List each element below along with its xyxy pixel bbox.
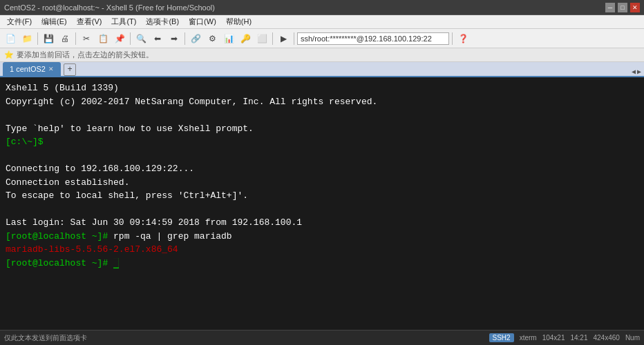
terminal-line-blank xyxy=(6,149,638,163)
toolbar-sep-7 xyxy=(452,32,453,45)
toolbar-btn-15[interactable]: ⬜ xyxy=(254,31,269,46)
toolbar-btn-2[interactable]: 📁 xyxy=(19,31,35,46)
toolbar-sep-2 xyxy=(75,32,76,45)
address-bar[interactable] xyxy=(297,32,449,45)
toolbar-btn-16[interactable]: ▶ xyxy=(276,31,291,46)
title-controls: ─ □ ✕ xyxy=(605,3,640,12)
chevron-right-icon: ▶ xyxy=(637,68,641,76)
toolbar-help[interactable]: ❓ xyxy=(455,31,471,46)
status-right: SSH2 xterm 104x21 14:21 424x460 Num xyxy=(489,333,640,342)
tab-add-button[interactable]: + xyxy=(64,63,76,76)
menu-edit[interactable]: 编辑(E) xyxy=(37,16,71,28)
terminal-line-8: To escape to local shell, press 'Ctrl+Al… xyxy=(6,189,638,203)
toolbar-sep-4 xyxy=(184,32,185,45)
tab-scroll[interactable]: ◀ ▶ xyxy=(632,68,641,76)
maximize-button[interactable]: □ xyxy=(618,3,627,12)
toolbar-sep-6 xyxy=(294,32,294,45)
terminal-line-1: Xshell 5 (Build 1339) xyxy=(6,81,638,95)
status-bar: 仅此文本发送到前面选项卡 SSH2 xterm 104x21 14:21 424… xyxy=(0,330,644,345)
path-icon: ⭐ xyxy=(4,50,14,59)
toolbar-btn-12[interactable]: ⚙ xyxy=(205,31,220,46)
terminal[interactable]: Xshell 5 (Build 1339) Copyright (c) 2002… xyxy=(0,77,644,330)
terminal-line-2: Copyright (c) 2002-2017 NetSarang Comput… xyxy=(6,95,638,109)
terminal-line-6: Connecting to 192.168.100.129:22... xyxy=(6,162,638,176)
title-bar: CentOS2 - root@localhost:~ - Xshell 5 (F… xyxy=(0,0,644,15)
toolbar-btn-7[interactable]: 📌 xyxy=(112,31,127,46)
terminal-line-7: Connection established. xyxy=(6,176,638,190)
status-pos2: 424x460 xyxy=(594,334,620,342)
status-cols: 104x21 xyxy=(542,334,565,342)
menu-bar: 文件(F) 编辑(E) 查看(V) 工具(T) 选项卡(B) 窗口(W) 帮助(… xyxy=(0,15,644,29)
terminal-line-11: [root@localhost ~]# rpm -qa | grep maria… xyxy=(6,230,638,244)
tab-centos2[interactable]: 1 centOS2 ✕ xyxy=(3,62,61,76)
toolbar-btn-1[interactable]: 📄 xyxy=(3,31,18,46)
menu-file[interactable]: 文件(F) xyxy=(3,16,36,28)
toolbar-btn-6[interactable]: 📋 xyxy=(95,31,111,46)
status-xterm-text: xterm xyxy=(520,334,537,342)
chevron-left-icon: ◀ xyxy=(632,68,636,76)
tab-close-icon[interactable]: ✕ xyxy=(48,66,54,72)
terminal-line-13: [root@localhost ~]# █ xyxy=(6,257,638,270)
menu-window[interactable]: 窗口(W) xyxy=(184,16,220,28)
menu-tab[interactable]: 选项卡(B) xyxy=(142,16,183,28)
toolbar-btn-13[interactable]: 📊 xyxy=(221,31,236,46)
toolbar: 📄 📁 💾 🖨 ✂ 📋 📌 🔍 ⬅ ➡ 🔗 ⚙ 📊 🔑 ⬜ ▶ ❓ xyxy=(0,29,644,48)
status-left: 仅此文本发送到前面选项卡 xyxy=(4,333,87,343)
toolbar-btn-10[interactable]: ➡ xyxy=(167,31,182,46)
toolbar-btn-9[interactable]: ⬅ xyxy=(150,31,165,46)
terminal-line-10: Last login: Sat Jun 30 09:14:59 2018 fro… xyxy=(6,216,638,230)
toolbar-btn-5[interactable]: ✂ xyxy=(79,31,94,46)
status-num: Num xyxy=(625,334,640,342)
terminal-line-3 xyxy=(6,108,638,122)
toolbar-btn-11[interactable]: 🔗 xyxy=(188,31,203,46)
status-pos1: 14:21 xyxy=(570,334,587,342)
terminal-line-4: Type `help' to learn how to use Xshell p… xyxy=(6,122,638,136)
status-left-text: 仅此文本发送到前面选项卡 xyxy=(4,333,87,343)
tab-label: 1 centOS2 xyxy=(10,65,46,73)
close-button[interactable]: ✕ xyxy=(630,3,640,12)
toolbar-btn-3[interactable]: 💾 xyxy=(41,31,56,46)
terminal-line-12: mariadb-libs-5.5.56-2.el7.x86_64 xyxy=(6,243,638,257)
plus-icon: + xyxy=(67,65,72,75)
toolbar-btn-4[interactable]: 🖨 xyxy=(57,31,73,46)
path-text: 要添加当前回话，点击左边的箭头按钮。 xyxy=(17,50,153,60)
toolbar-sep-3 xyxy=(130,32,131,45)
menu-help[interactable]: 帮助(H) xyxy=(222,16,256,28)
toolbar-sep-1 xyxy=(37,32,38,45)
terminal-prompt-1: [c:\~]$ xyxy=(6,135,638,149)
toolbar-btn-8[interactable]: 🔍 xyxy=(133,31,149,46)
status-ssh-badge: SSH2 xyxy=(489,333,514,342)
minimize-button[interactable]: ─ xyxy=(605,3,615,12)
toolbar-sep-5 xyxy=(272,32,273,45)
menu-view[interactable]: 查看(V) xyxy=(73,16,106,28)
tab-bar: 1 centOS2 ✕ + ◀ ▶ xyxy=(0,62,644,77)
menu-tools[interactable]: 工具(T) xyxy=(107,16,140,28)
title-text: CentOS2 - root@localhost:~ - Xshell 5 (F… xyxy=(4,3,215,12)
terminal-line-9 xyxy=(6,203,638,217)
toolbar-btn-14[interactable]: 🔑 xyxy=(238,31,253,46)
path-bar: ⭐ 要添加当前回话，点击左边的箭头按钮。 xyxy=(0,48,644,62)
